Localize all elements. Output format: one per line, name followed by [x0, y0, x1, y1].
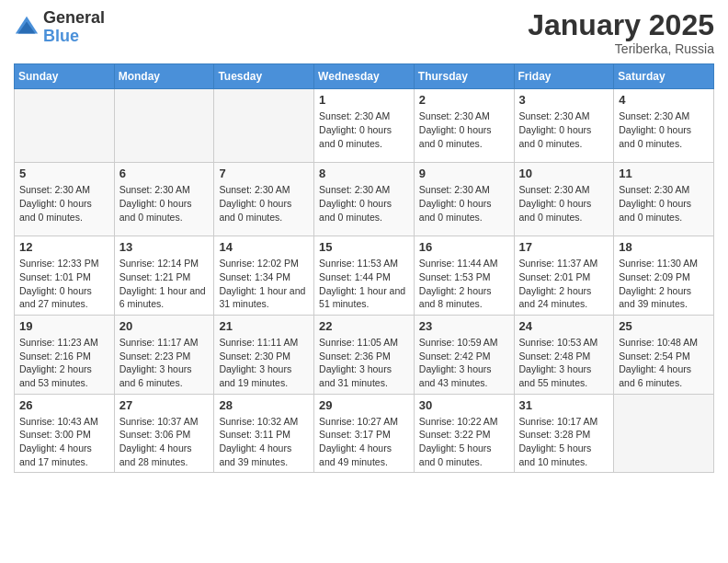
day-info-text: Sunset: 2:30 AMDaylight: 0 hoursand 0 mi…: [219, 183, 309, 224]
day-cell-w5-d3: 29Sunrise: 10:27 AMSunset: 3:17 PMDaylig…: [314, 394, 415, 473]
day-info-text: Sunset: 2:30 AMDaylight: 0 hoursand 0 mi…: [319, 109, 409, 150]
day-number: 6: [119, 167, 210, 180]
day-cell-w3-d6: 18Sunrise: 11:30 AMSunset: 2:09 PMDaylig…: [614, 236, 714, 316]
day-number: 19: [19, 319, 109, 333]
day-info-text: Sunset: 2:30 AMDaylight: 0 hoursand 0 mi…: [619, 109, 709, 150]
header-tuesday: Tuesday: [214, 64, 314, 89]
day-info-text: Sunrise: 10:53 AMSunset: 2:48 PMDaylight…: [519, 336, 609, 390]
day-number: 20: [119, 319, 210, 333]
header-wednesday: Wednesday: [314, 64, 415, 89]
day-number: 5: [19, 167, 109, 180]
day-cell-w4-d4: 23Sunrise: 10:59 AMSunset: 2:42 PMDaylig…: [414, 315, 514, 394]
day-number: 28: [219, 398, 309, 412]
day-info-text: Sunrise: 10:22 AMSunset: 3:22 PMDaylight…: [419, 415, 509, 469]
header-sunday: Sunday: [15, 64, 115, 89]
week-row-1: 1Sunset: 2:30 AMDaylight: 0 hoursand 0 m…: [15, 89, 714, 163]
day-cell-w3-d4: 16Sunrise: 11:44 AMSunset: 1:53 PMDaylig…: [414, 236, 514, 316]
page: General Blue January 2025 Teriberka, Rus…: [0, 0, 728, 563]
day-cell-w4-d1: 20Sunrise: 11:17 AMSunset: 2:23 PMDaylig…: [114, 315, 214, 394]
logo-text: General Blue: [43, 9, 105, 46]
day-number: 24: [519, 319, 609, 333]
logo-general-text: General: [43, 9, 105, 28]
header-saturday: Saturday: [614, 64, 714, 89]
day-info-text: Sunrise: 11:17 AMSunset: 2:23 PMDaylight…: [119, 336, 210, 390]
day-cell-w2-d2: 7Sunset: 2:30 AMDaylight: 0 hoursand 0 m…: [214, 163, 314, 236]
header-friday: Friday: [514, 64, 614, 89]
day-info-text: Sunrise: 11:23 AMSunset: 2:16 PMDaylight…: [19, 336, 109, 390]
day-info-text: Sunrise: 11:37 AMSunset: 2:01 PMDaylight…: [519, 257, 609, 311]
day-cell-w4-d2: 21Sunrise: 11:11 AMSunset: 2:30 PMDaylig…: [214, 315, 314, 394]
day-info-text: Sunrise: 10:27 AMSunset: 3:17 PMDaylight…: [319, 415, 409, 469]
day-info-text: Sunset: 2:30 AMDaylight: 0 hoursand 0 mi…: [519, 109, 609, 150]
day-cell-w1-d0: [15, 89, 115, 163]
day-info-text: Sunrise: 10:37 AMSunset: 3:06 PMDaylight…: [119, 415, 210, 469]
day-cell-w3-d0: 12Sunrise: 12:33 PMSunset: 1:01 PMDaylig…: [15, 236, 115, 316]
day-cell-w5-d4: 30Sunrise: 10:22 AMSunset: 3:22 PMDaylig…: [414, 394, 514, 473]
day-info-text: Sunrise: 10:17 AMSunset: 3:28 PMDaylight…: [519, 415, 609, 469]
location-subtitle: Teriberka, Russia: [528, 41, 714, 56]
day-info-text: Sunrise: 12:02 PMSunset: 1:34 PMDaylight…: [219, 257, 309, 311]
day-number: 9: [419, 167, 509, 180]
day-cell-w5-d5: 31Sunrise: 10:17 AMSunset: 3:28 PMDaylig…: [514, 394, 614, 473]
day-number: 3: [519, 93, 609, 107]
day-cell-w5-d1: 27Sunrise: 10:37 AMSunset: 3:06 PMDaylig…: [114, 394, 214, 473]
day-info-text: Sunrise: 10:59 AMSunset: 2:42 PMDaylight…: [419, 336, 509, 390]
day-cell-w1-d1: [114, 89, 214, 163]
day-cell-w1-d6: 4Sunset: 2:30 AMDaylight: 0 hoursand 0 m…: [614, 89, 714, 163]
day-info-text: Sunrise: 11:11 AMSunset: 2:30 PMDaylight…: [219, 336, 309, 390]
day-number: 18: [619, 240, 709, 254]
week-row-3: 12Sunrise: 12:33 PMSunset: 1:01 PMDaylig…: [15, 236, 714, 316]
day-number: 12: [19, 240, 109, 254]
day-info-text: Sunset: 2:30 AMDaylight: 0 hoursand 0 mi…: [119, 183, 210, 224]
day-info-text: Sunrise: 12:33 PMSunset: 1:01 PMDaylight…: [19, 257, 109, 311]
day-cell-w1-d5: 3Sunset: 2:30 AMDaylight: 0 hoursand 0 m…: [514, 89, 614, 163]
day-cell-w5-d0: 26Sunrise: 10:43 AMSunset: 3:00 PMDaylig…: [15, 394, 115, 473]
day-info-text: Sunrise: 12:14 PMSunset: 1:21 PMDaylight…: [119, 257, 210, 311]
day-cell-w2-d3: 8Sunset: 2:30 AMDaylight: 0 hoursand 0 m…: [314, 163, 415, 236]
title-block: January 2025 Teriberka, Russia: [528, 9, 714, 56]
logo: General Blue: [14, 9, 105, 46]
logo-icon: [14, 15, 40, 40]
day-info-text: Sunrise: 10:48 AMSunset: 2:54 PMDaylight…: [619, 336, 709, 390]
day-number: 21: [219, 319, 309, 333]
day-number: 26: [19, 398, 109, 412]
day-cell-w1-d4: 2Sunset: 2:30 AMDaylight: 0 hoursand 0 m…: [414, 89, 514, 163]
day-cell-w3-d3: 15Sunrise: 11:53 AMSunset: 1:44 PMDaylig…: [314, 236, 415, 316]
day-number: 2: [419, 93, 509, 107]
day-number: 13: [119, 240, 210, 254]
day-info-text: Sunrise: 11:30 AMSunset: 2:09 PMDaylight…: [619, 257, 709, 311]
day-info-text: Sunset: 2:30 AMDaylight: 0 hoursand 0 mi…: [519, 183, 609, 224]
day-number: 16: [419, 240, 509, 254]
day-number: 30: [419, 398, 509, 412]
day-cell-w5-d2: 28Sunrise: 10:32 AMSunset: 3:11 PMDaylig…: [214, 394, 314, 473]
day-cell-w2-d5: 10Sunset: 2:30 AMDaylight: 0 hoursand 0 …: [514, 163, 614, 236]
day-number: 25: [619, 319, 709, 333]
month-title: January 2025: [528, 9, 714, 41]
day-info-text: Sunset: 2:30 AMDaylight: 0 hoursand 0 mi…: [319, 183, 409, 224]
day-cell-w4-d5: 24Sunrise: 10:53 AMSunset: 2:48 PMDaylig…: [514, 315, 614, 394]
week-row-2: 5Sunset: 2:30 AMDaylight: 0 hoursand 0 m…: [15, 163, 714, 236]
day-info-text: Sunset: 2:30 AMDaylight: 0 hoursand 0 mi…: [419, 109, 509, 150]
week-row-4: 19Sunrise: 11:23 AMSunset: 2:16 PMDaylig…: [15, 315, 714, 394]
weekday-header-row: Sunday Monday Tuesday Wednesday Thursday…: [15, 64, 714, 89]
day-cell-w2-d4: 9Sunset: 2:30 AMDaylight: 0 hoursand 0 m…: [414, 163, 514, 236]
day-info-text: Sunrise: 10:32 AMSunset: 3:11 PMDaylight…: [219, 415, 309, 469]
header-monday: Monday: [114, 64, 214, 89]
day-number: 29: [319, 398, 409, 412]
day-number: 17: [519, 240, 609, 254]
day-number: 15: [319, 240, 409, 254]
day-number: 14: [219, 240, 309, 254]
day-info-text: Sunset: 2:30 AMDaylight: 0 hoursand 0 mi…: [619, 183, 709, 224]
day-cell-w2-d0: 5Sunset: 2:30 AMDaylight: 0 hoursand 0 m…: [15, 163, 115, 236]
day-info-text: Sunset: 2:30 AMDaylight: 0 hoursand 0 mi…: [19, 183, 109, 224]
day-number: 7: [219, 167, 309, 180]
day-cell-w1-d2: [214, 89, 314, 163]
day-number: 4: [619, 93, 709, 107]
day-cell-w4-d6: 25Sunrise: 10:48 AMSunset: 2:54 PMDaylig…: [614, 315, 714, 394]
day-cell-w5-d6: [614, 394, 714, 473]
day-number: 11: [619, 167, 709, 180]
day-cell-w4-d3: 22Sunrise: 11:05 AMSunset: 2:36 PMDaylig…: [314, 315, 415, 394]
day-number: 23: [419, 319, 509, 333]
header: General Blue January 2025 Teriberka, Rus…: [14, 9, 714, 56]
day-number: 22: [319, 319, 409, 333]
